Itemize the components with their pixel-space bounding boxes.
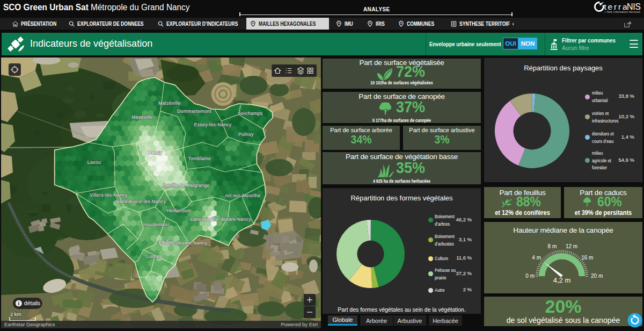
svg-text:Tomblaine: Tomblaine xyxy=(188,156,211,161)
svg-text:NIS: NIS xyxy=(627,2,641,11)
svg-text:Vandœuvre-lès-Nancy: Vandœuvre-lès-Nancy xyxy=(116,199,166,204)
svg-text:Earthstar Geographics: Earthstar Geographics xyxy=(4,321,55,327)
svg-text:Laxou: Laxou xyxy=(87,160,101,165)
svg-text:Nancy: Nancy xyxy=(148,150,163,155)
svg-text:Ludres: Ludres xyxy=(147,254,162,259)
svg-text:Laneuveville-devant-Nancy: Laneuveville-devant-Nancy xyxy=(191,217,252,222)
svg-text:Maxéville: Maxéville xyxy=(131,114,152,120)
svg-text:Heillecourt: Heillecourt xyxy=(166,208,191,213)
svg-text:i: i xyxy=(18,301,20,306)
svg-text:4 m: 4 m xyxy=(532,255,541,261)
svg-text:2 km: 2 km xyxy=(10,311,21,317)
svg-text:16 m: 16 m xyxy=(581,255,593,261)
svg-text:12 m: 12 m xyxy=(566,243,577,249)
svg-text:Villers-lès-Nancy: Villers-lès-Nancy xyxy=(90,192,128,198)
svg-text:0 m: 0 m xyxy=(525,273,535,279)
svg-text:Fléville-devant-Nancy: Fléville-devant-Nancy xyxy=(159,240,208,246)
svg-text:Jarville-la-Malgrange: Jarville-la-Malgrange xyxy=(163,183,210,188)
svg-text:détails: détails xyxy=(24,300,40,306)
svg-text:4,2 m: 4,2 m xyxy=(553,276,571,284)
svg-text:terra: terra xyxy=(604,2,627,11)
svg-text:8 m: 8 m xyxy=(548,243,557,249)
svg-text:Art-sur-Meurthe: Art-sur-Meurthe xyxy=(225,193,261,198)
svg-text:Dommartemont: Dommartemont xyxy=(177,109,211,114)
svg-text:Powered by Esri: Powered by Esri xyxy=(281,321,318,327)
svg-text:Houdemont: Houdemont xyxy=(143,222,169,227)
svg-text:+ New Information Services: + New Information Services xyxy=(604,11,641,13)
svg-text:Malzéville: Malzéville xyxy=(158,100,181,106)
svg-text:20 m: 20 m xyxy=(591,273,603,279)
svg-text:Essey-lès-Nancy: Essey-lès-Nancy xyxy=(194,122,232,127)
svg-text:Pulnoy: Pulnoy xyxy=(238,132,254,137)
svg-text:Seichamps: Seichamps xyxy=(238,111,262,116)
